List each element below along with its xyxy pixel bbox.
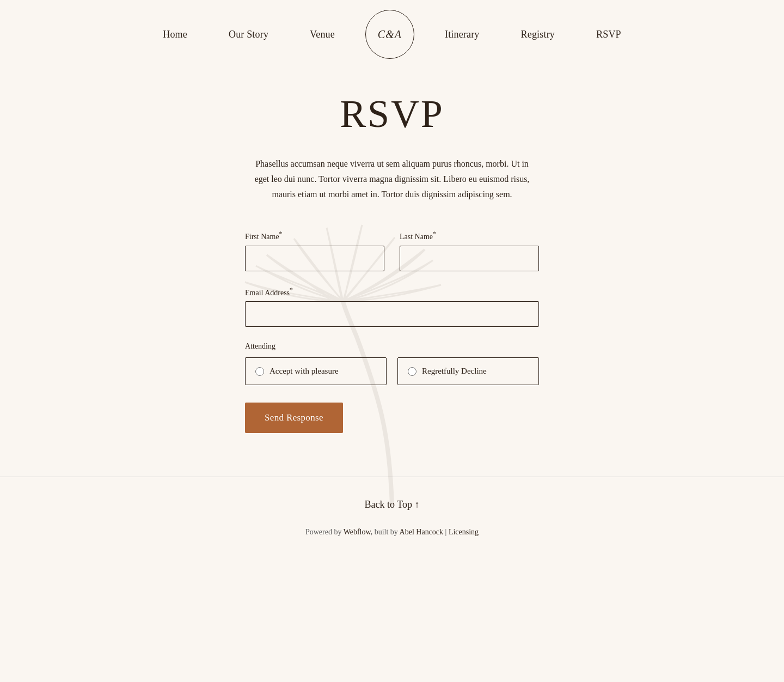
separator: | xyxy=(443,528,449,536)
nav-registry[interactable]: Registry xyxy=(500,23,575,46)
email-input[interactable] xyxy=(245,301,539,327)
last-name-field: Last Name* xyxy=(400,230,539,271)
page-title: RSVP xyxy=(158,92,626,137)
author-link[interactable]: Abel Hancock xyxy=(400,528,443,536)
nav-logo[interactable]: C&A xyxy=(365,10,414,59)
decline-label: Regretfully Decline xyxy=(422,367,487,376)
attending-options: Accept with pleasure Regretfully Decline xyxy=(245,357,539,385)
back-to-top-link[interactable]: Back to Top ↑ xyxy=(365,499,420,510)
first-name-label: First Name* xyxy=(245,230,384,241)
decline-option[interactable]: Regretfully Decline xyxy=(397,357,539,385)
first-name-input[interactable] xyxy=(245,246,384,271)
email-row: Email Address* xyxy=(245,287,539,327)
licensing-link[interactable]: Licensing xyxy=(449,528,479,536)
footer: Back to Top ↑ Powered by Webflow, built … xyxy=(0,477,784,550)
last-name-input[interactable] xyxy=(400,246,539,271)
send-response-button[interactable]: Send Response xyxy=(245,403,343,433)
nav-our-story[interactable]: Our Story xyxy=(208,23,289,46)
nav-rsvp[interactable]: RSVP xyxy=(575,23,642,46)
accept-label: Accept with pleasure xyxy=(270,367,339,376)
attending-section: Attending Accept with pleasure Regretful… xyxy=(245,342,539,385)
navigation: Home Our Story Venue C&A Itinerary Regis… xyxy=(0,0,784,59)
nav-logo-text: C&A xyxy=(378,28,402,41)
nav-links: Home Our Story Venue C&A Itinerary Regis… xyxy=(93,10,691,59)
accept-radio[interactable] xyxy=(255,367,264,376)
last-name-label: Last Name* xyxy=(400,230,539,241)
webflow-link[interactable]: Webflow xyxy=(344,528,371,536)
decline-radio[interactable] xyxy=(408,367,416,376)
email-label: Email Address* xyxy=(245,287,539,297)
name-row: First Name* Last Name* xyxy=(245,230,539,271)
nav-venue[interactable]: Venue xyxy=(289,23,356,46)
attending-label: Attending xyxy=(245,342,539,351)
nav-home[interactable]: Home xyxy=(142,23,208,46)
built-by-text: , built by xyxy=(371,528,400,536)
page-description: Phasellus accumsan neque viverra ut sem … xyxy=(250,156,534,202)
email-field: Email Address* xyxy=(245,287,539,327)
main-content: RSVP Phasellus accumsan neque viverra ut… xyxy=(147,59,637,477)
footer-powered: Powered by Webflow, built by Abel Hancoc… xyxy=(11,528,773,537)
powered-by-text: Powered by xyxy=(305,528,344,536)
first-name-field: First Name* xyxy=(245,230,384,271)
rsvp-form: First Name* Last Name* Email Address* xyxy=(245,230,539,433)
nav-itinerary[interactable]: Itinerary xyxy=(424,23,500,46)
accept-option[interactable]: Accept with pleasure xyxy=(245,357,387,385)
